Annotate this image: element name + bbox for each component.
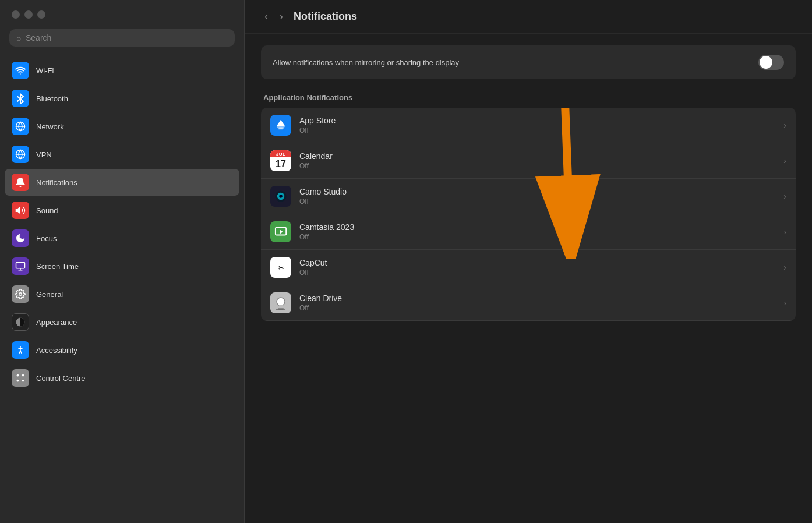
notifications-icon bbox=[12, 174, 29, 191]
sidebar-item-focus-label: Focus bbox=[36, 234, 57, 243]
appstore-name: App Store bbox=[299, 116, 783, 125]
sidebar-item-appearance-label: Appearance bbox=[36, 318, 77, 327]
svg-point-29 bbox=[277, 298, 285, 306]
capcut-icon: ✂ bbox=[270, 257, 291, 278]
svg-rect-31 bbox=[279, 305, 283, 308]
camtasia-status: Off bbox=[299, 233, 783, 241]
close-button[interactable] bbox=[12, 10, 20, 19]
sidebar-item-controlcentre[interactable]: Control Centre bbox=[5, 365, 239, 391]
capcut-chevron: › bbox=[783, 263, 786, 272]
svg-point-0 bbox=[20, 73, 21, 75]
toggle-label: Allow notifications when mirroring or sh… bbox=[273, 58, 459, 67]
appstore-icon bbox=[270, 115, 291, 136]
camtasia-name: Camtasia 2023 bbox=[299, 222, 783, 232]
camtasia-chevron: › bbox=[783, 227, 786, 236]
sidebar-item-wifi-label: Wi-Fi bbox=[36, 66, 54, 75]
main-content: ‹ › Notifications Allow notifications wh… bbox=[245, 0, 812, 523]
sidebar-item-network-label: Network bbox=[36, 122, 64, 131]
svg-point-19 bbox=[17, 380, 19, 382]
sidebar-item-vpn-label: VPN bbox=[36, 150, 52, 159]
svg-rect-9 bbox=[16, 262, 25, 268]
accessibility-icon bbox=[12, 341, 29, 359]
app-row-cleandrive[interactable]: Clean Drive Off › bbox=[261, 285, 796, 321]
back-button[interactable]: ‹ bbox=[261, 9, 271, 24]
sidebar-item-vpn[interactable]: VPN bbox=[5, 141, 239, 168]
sidebar-item-sound-label: Sound bbox=[36, 206, 58, 215]
appstore-status: Off bbox=[299, 126, 783, 135]
sidebar-item-controlcentre-label: Control Centre bbox=[36, 374, 86, 383]
sidebar-item-notifications-label: Notifications bbox=[36, 178, 77, 187]
calendar-chevron: › bbox=[783, 156, 786, 165]
sidebar-item-general-label: General bbox=[36, 290, 63, 299]
camtasia-icon bbox=[270, 221, 291, 242]
camo-name: Camo Studio bbox=[299, 187, 783, 196]
appstore-info: App Store Off bbox=[299, 116, 783, 135]
appearance-icon bbox=[12, 313, 29, 331]
sidebar-item-bluetooth-label: Bluetooth bbox=[36, 94, 68, 103]
cleandrive-info: Clean Drive Off bbox=[299, 294, 783, 312]
sidebar-item-accessibility[interactable]: Accessibility bbox=[5, 337, 239, 363]
search-icon: ⌕ bbox=[16, 33, 21, 43]
sidebar-item-accessibility-label: Accessibility bbox=[36, 346, 77, 355]
controlcentre-icon bbox=[12, 369, 29, 387]
app-row-camo[interactable]: Camo Studio Off › bbox=[261, 179, 796, 214]
camo-info: Camo Studio Off bbox=[299, 187, 783, 206]
capcut-name: CapCut bbox=[299, 258, 783, 267]
calendar-name: Calendar bbox=[299, 151, 783, 161]
app-row-appstore[interactable]: App Store Off › bbox=[261, 108, 796, 143]
minimize-button[interactable] bbox=[24, 10, 33, 19]
svg-point-18 bbox=[22, 374, 24, 377]
search-bar[interactable]: ⌕ Search bbox=[9, 29, 235, 47]
sidebar-item-screentime[interactable]: Screen Time bbox=[5, 253, 239, 280]
sidebar-item-appearance[interactable]: Appearance bbox=[5, 309, 239, 335]
wifi-icon bbox=[12, 62, 29, 79]
section-title: Application Notifications bbox=[261, 93, 796, 102]
sidebar-item-notifications[interactable]: Notifications bbox=[5, 169, 239, 196]
camo-status: Off bbox=[299, 197, 783, 206]
app-row-capcut[interactable]: ✂ CapCut Off › bbox=[261, 250, 796, 285]
cleandrive-status: Off bbox=[299, 304, 783, 312]
capcut-info: CapCut Off bbox=[299, 258, 783, 277]
apps-list: App Store Off › JUL 17 Calendar Off › bbox=[261, 108, 796, 321]
sidebar-item-sound[interactable]: Sound bbox=[5, 197, 239, 224]
vpn-icon bbox=[12, 146, 29, 163]
page-title: Notifications bbox=[294, 10, 357, 23]
calendar-status: Off bbox=[299, 162, 783, 170]
appstore-chevron: › bbox=[783, 121, 786, 130]
mirroring-toggle[interactable] bbox=[758, 55, 784, 70]
cleandrive-icon bbox=[270, 292, 291, 313]
titlebar-buttons bbox=[0, 0, 244, 26]
sidebar-list: Wi-Fi Bluetooth bbox=[0, 55, 244, 523]
svg-point-10 bbox=[19, 293, 22, 296]
sidebar-item-bluetooth[interactable]: Bluetooth bbox=[5, 85, 239, 112]
camo-chevron: › bbox=[783, 192, 786, 201]
capcut-status: Off bbox=[299, 268, 783, 277]
svg-text:✂: ✂ bbox=[278, 264, 284, 271]
focus-icon bbox=[12, 229, 29, 247]
sidebar-item-network[interactable]: Network bbox=[5, 113, 239, 140]
content-area: Allow notifications when mirroring or sh… bbox=[245, 34, 812, 523]
sidebar-item-screentime-label: Screen Time bbox=[36, 262, 79, 271]
app-row-calendar[interactable]: JUL 17 Calendar Off › bbox=[261, 143, 796, 179]
camo-icon bbox=[270, 186, 291, 207]
svg-point-24 bbox=[279, 195, 283, 198]
cleandrive-name: Clean Drive bbox=[299, 294, 783, 303]
svg-point-20 bbox=[22, 380, 24, 382]
calendar-info: Calendar Off bbox=[299, 151, 783, 170]
svg-line-16 bbox=[20, 351, 22, 354]
sidebar-item-focus[interactable]: Focus bbox=[5, 225, 239, 252]
sidebar-item-general[interactable]: General bbox=[5, 281, 239, 308]
sidebar-item-wifi[interactable]: Wi-Fi bbox=[5, 57, 239, 84]
forward-button[interactable]: › bbox=[276, 9, 287, 24]
calendar-icon: JUL 17 bbox=[270, 150, 291, 171]
svg-marker-8 bbox=[16, 207, 20, 214]
search-placeholder: Search bbox=[26, 33, 51, 43]
cleandrive-chevron: › bbox=[783, 298, 786, 308]
network-icon bbox=[12, 118, 29, 135]
general-icon bbox=[12, 285, 29, 303]
bluetooth-icon bbox=[12, 90, 29, 107]
app-row-camtasia[interactable]: Camtasia 2023 Off › bbox=[261, 214, 796, 250]
sidebar: ⌕ Search Wi-Fi bbox=[0, 0, 245, 523]
maximize-button[interactable] bbox=[37, 10, 45, 19]
screentime-icon bbox=[12, 257, 29, 275]
